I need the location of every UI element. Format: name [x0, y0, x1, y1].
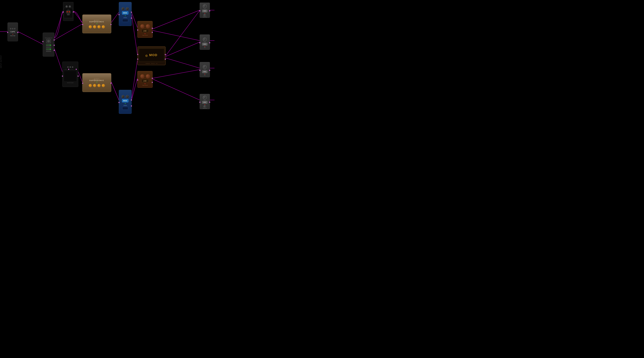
knob-attack[interactable] — [12, 28, 14, 30]
mod-duo-out2 — [165, 58, 166, 60]
noise-gate-pedal[interactable]: CAPS Noise Gate — [8, 22, 18, 41]
reverb-input-top — [137, 30, 138, 30]
gain-top2-gain-label: GAIN — [204, 42, 206, 42]
toggle-switch-pedal[interactable]: TOGGLESWITCH — [43, 32, 54, 56]
voices-step1-top[interactable] — [122, 7, 125, 10]
toggle-rows — [45, 44, 52, 52]
exciter-direct-knob[interactable] — [72, 66, 73, 68]
amp-brand-bottom: guitarix — [94, 78, 100, 80]
stereo-gain-top-knob[interactable] — [203, 4, 207, 8]
stereo-gain-top-out — [209, 10, 210, 12]
gain-pedal-top2[interactable]: GAIN MOD Gain — [200, 34, 210, 50]
voices-mod-top[interactable]: MOD 2Voices — [119, 2, 132, 26]
io-label: INPUT OUTPUT — [0, 55, 2, 68]
exciter-io-bar: ➜ INPUT OUTPUT ➜ — [62, 68, 78, 70]
voices-input-top — [118, 14, 120, 15]
stereo-gain-top-knob2[interactable] — [204, 14, 206, 16]
gain-pedal-top3[interactable]: GAIN MOD Gain — [200, 62, 210, 77]
skull-art — [65, 9, 72, 18]
supersonic-amp-bottom[interactable]: guitarix SUPERSONIC — [82, 73, 111, 92]
toggle-bar-1[interactable] — [46, 44, 51, 46]
voices-step1-bottom[interactable] — [122, 95, 125, 98]
stereo-gain-top[interactable]: GAIN MOD Stereo Gain — [200, 2, 210, 18]
mod-duo-display: ® MOD — [139, 48, 164, 62]
svg-rect-6 — [67, 14, 70, 15]
reverb-label-top: Organ Reverb — [142, 35, 148, 36]
amp-volume-knob-top[interactable] — [102, 25, 105, 28]
toggle-indicator-3 — [50, 49, 51, 50]
stereo-gain-bottom-knob[interactable] — [203, 96, 207, 100]
demon-pedal[interactable] — [63, 2, 74, 21]
stereo-gain-top-label: Stereo Gain — [203, 16, 207, 18]
voices-input-bottom — [118, 102, 120, 103]
toggle-bar-4[interactable] — [46, 50, 51, 52]
amp-controls-bottom — [87, 83, 106, 88]
amp-volume-knob-bottom[interactable] — [102, 84, 105, 87]
voices-out1-top — [131, 12, 132, 13]
toggle-switch-label: TOGGLESWITCH — [45, 38, 52, 38]
voices-label-bottom: 2Voices — [124, 105, 127, 106]
amp-bass-knob-bottom[interactable] — [93, 84, 96, 87]
toggle-input-port — [42, 41, 44, 42]
demon-volume-knob[interactable] — [69, 6, 71, 8]
amp-treble-knob-bottom[interactable] — [98, 84, 100, 87]
stereo-gain-bottom-knob2[interactable] — [204, 105, 206, 108]
exciter-input-port-inline — [68, 69, 69, 70]
voices-footswitch-top[interactable] — [122, 19, 128, 22]
voices-step2-top[interactable] — [126, 7, 129, 10]
voices-footswitch-bottom[interactable] — [122, 107, 128, 110]
toggle-indicator-1 — [50, 45, 51, 46]
mod-duo-in2 — [137, 58, 138, 60]
voices-step2-bottom[interactable] — [126, 95, 129, 98]
toggle-row-4 — [46, 50, 51, 52]
supersonic-amp-top[interactable]: guitarix SUPERSONIC — [82, 14, 111, 33]
amp-brand-top: guitarix — [94, 20, 100, 21]
reverb-gain-top[interactable] — [140, 24, 144, 28]
gain-top2-badge: MOD — [202, 43, 207, 46]
mod-duo-pedal[interactable]: ® MOD PEAKMETER BPM 120.0 CPU — [138, 46, 166, 65]
knob-sustain[interactable] — [14, 28, 16, 30]
gain-top2-knob[interactable] — [203, 38, 207, 41]
reverb-led-top — [144, 33, 145, 34]
exciter-mix-knob[interactable] — [67, 66, 69, 68]
organ-reverb-bottom[interactable]: x42 Organ Reverb — [138, 71, 152, 88]
amp-gain-knob-top[interactable] — [89, 25, 92, 28]
gain-top3-badge: MOD — [202, 70, 207, 73]
supersonic-bottom-input — [82, 82, 83, 84]
gain-top2-led — [204, 46, 205, 47]
reverb-mix-bottom[interactable] — [146, 74, 150, 78]
stereo-gain-bottom-label: Stereo Gain — [203, 108, 207, 109]
amp-led-green-bottom — [96, 82, 97, 82]
stereo-gain-bottom[interactable]: GAIN MOD Stereo Gain — [200, 94, 210, 109]
svg-point-4 — [69, 11, 70, 12]
reverb-knobs-top — [140, 23, 150, 29]
noise-gate-led — [12, 34, 13, 35]
toggle-switch-icon — [46, 39, 51, 43]
voices-out2-top — [131, 18, 132, 19]
amp-bass-knob-top[interactable] — [93, 25, 96, 28]
harmonic-exciter-pedal[interactable]: ➜ INPUT OUTPUT ➜ Harmonic Exciter — [62, 62, 78, 87]
demon-intensity-knob[interactable] — [66, 6, 68, 8]
exciter-output-port-inline — [76, 69, 77, 70]
amp-gain-knob-bottom[interactable] — [89, 84, 92, 87]
exciter-harm-knob[interactable] — [70, 66, 71, 68]
organ-reverb-top[interactable]: x42 Organ Reverb — [138, 21, 152, 38]
voices-mod-bottom[interactable]: MOD 2Voices — [119, 90, 132, 114]
caps-logo: CAPS — [10, 30, 16, 33]
demon-art — [64, 8, 73, 18]
gain-top2-in — [199, 42, 200, 43]
gain-top3-knob-row — [203, 64, 207, 69]
reverb-knobs-bottom — [140, 73, 150, 79]
knob-drive[interactable] — [10, 28, 12, 30]
toggle-bar-3[interactable] — [46, 48, 51, 50]
amp-treble-knob-top[interactable] — [98, 25, 100, 28]
exciter-label: Harmonic Exciter — [67, 82, 74, 83]
reverb-mix-top[interactable] — [146, 24, 150, 28]
mod-duo-logo: ® MOD — [146, 53, 158, 57]
amp-led-green-top — [96, 23, 97, 24]
reverb-gain-bottom[interactable] — [140, 74, 144, 78]
toggle-bar-2[interactable] — [46, 46, 51, 48]
voices-label-top: 2Voices — [124, 17, 127, 18]
exciter-knobs — [67, 66, 73, 68]
gain-top3-knob[interactable] — [203, 65, 207, 69]
